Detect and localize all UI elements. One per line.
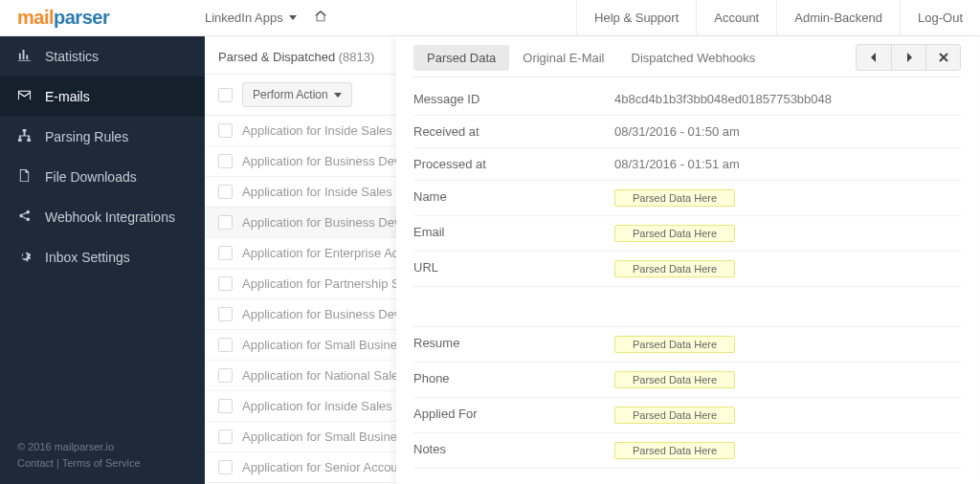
field-row: NotesParsed Data Here <box>413 433 961 469</box>
pager-prev-button[interactable] <box>857 45 891 70</box>
row-checkbox[interactable] <box>218 429 233 444</box>
list-row[interactable]: Application for Business Development fro… <box>205 299 407 330</box>
field-label: Email <box>413 225 614 242</box>
sidebar-item-webhooks[interactable]: Webhook Integrations <box>0 197 205 237</box>
sidebar-label: File Downloads <box>45 169 137 185</box>
row-checkbox[interactable] <box>218 368 233 383</box>
sidebar-item-parsing[interactable]: Parsing Rules <box>0 117 205 157</box>
topbar: mailparser LinkedIn Apps Help & Support … <box>0 0 980 36</box>
app-dropdown[interactable]: LinkedIn Apps <box>205 11 297 25</box>
field-row: EmailParsed Data Here <box>413 216 961 252</box>
pager-close-button[interactable] <box>925 45 960 70</box>
tab-webhooks[interactable]: Dispatched Webhooks <box>618 45 769 71</box>
row-checkbox[interactable] <box>218 399 233 413</box>
list-row[interactable]: Application for Business Development fro… <box>205 146 407 177</box>
sidebar-footer: © 2016 mailparser.io Contact | Terms of … <box>0 439 205 484</box>
list-row[interactable]: Application for Small Business from John… <box>205 422 407 452</box>
row-checkbox[interactable] <box>218 185 233 199</box>
row-checkbox[interactable] <box>218 276 233 291</box>
top-menu-account[interactable]: Account <box>696 0 776 35</box>
pager-next-button[interactable] <box>891 45 925 70</box>
list-actions: Perform Action <box>205 75 407 116</box>
row-subject: Application for Partnership Sales from J… <box>242 276 407 291</box>
list-row[interactable]: Application for Small Business from John… <box>205 330 407 361</box>
tab-parsed-data[interactable]: Parsed Data <box>413 45 509 71</box>
row-checkbox[interactable] <box>218 460 233 474</box>
list-row[interactable]: Application for Inside Sales from John E… <box>205 116 407 146</box>
row-checkbox[interactable] <box>218 307 233 321</box>
field-row: Processed at08/31/2016 - 01:51 am <box>413 148 961 181</box>
parsed-placeholder: Parsed Data Here <box>614 442 735 459</box>
gear-icon <box>17 249 32 266</box>
top-menu: Help & Support Account Admin-Backend Log… <box>576 0 980 35</box>
list-row[interactable]: Application for Enterprise Account from … <box>205 238 407 269</box>
footer-copyright: © 2016 mailparser.io <box>17 439 188 455</box>
home-icon[interactable] <box>314 10 327 26</box>
top-menu-logout[interactable]: Log-Out <box>900 0 980 35</box>
field-value: Parsed Data Here <box>614 442 735 459</box>
logo-b: parser <box>54 7 109 28</box>
sidebar-label: Inbox Settings <box>45 250 130 265</box>
row-subject: Application for Enterprise Account from … <box>242 246 407 260</box>
field-value: Parsed Data Here <box>614 260 735 277</box>
field-gap <box>413 287 961 327</box>
footer-contact[interactable]: Contact <box>17 457 54 469</box>
top-menu-help[interactable]: Help & Support <box>576 0 696 35</box>
sidebar-item-emails[interactable]: E-mails <box>0 77 205 117</box>
parsed-placeholder: Parsed Data Here <box>614 407 735 424</box>
envelope-icon <box>17 88 32 105</box>
list-count: (8813) <box>339 50 375 64</box>
caret-down-icon <box>334 93 342 98</box>
field-row: PhoneParsed Data Here <box>413 363 961 398</box>
detail-panel: Parsed Data Original E-Mail Dispatched W… <box>396 36 978 484</box>
list-rows: Application for Inside Sales from John E… <box>205 116 407 483</box>
pager <box>856 44 961 71</box>
field-label: Processed at <box>413 157 614 171</box>
sidebar-label: Statistics <box>45 49 99 64</box>
caret-down-icon <box>289 15 297 20</box>
sidebar-item-downloads[interactable]: File Downloads <box>0 157 205 197</box>
list-row[interactable]: Application for Business Development fro… <box>205 208 407 238</box>
top-menu-admin[interactable]: Admin-Backend <box>776 0 900 35</box>
top-center: LinkedIn Apps <box>205 10 327 26</box>
footer-terms[interactable]: Terms of Service <box>62 457 141 469</box>
sidebar-label: Webhook Integrations <box>45 209 175 225</box>
sidebar-nav: Statistics E-mails Parsing Rules File Do… <box>0 36 205 277</box>
parsed-placeholder: Parsed Data Here <box>614 260 735 277</box>
row-checkbox[interactable] <box>218 338 233 352</box>
perform-action-button[interactable]: Perform Action <box>242 82 352 107</box>
row-subject: Application for Business Development fro… <box>242 215 407 230</box>
tab-original-email[interactable]: Original E-Mail <box>509 45 617 71</box>
field-label: Phone <box>413 371 614 388</box>
list-row[interactable]: Application for Partnership Sales from J… <box>205 269 407 299</box>
field-label: Applied For <box>413 407 614 424</box>
parsed-placeholder: Parsed Data Here <box>614 225 735 242</box>
row-checkbox[interactable] <box>218 123 233 138</box>
list-title: Parsed & Dispatched <box>218 50 335 64</box>
row-subject: Application for Small Business from John… <box>242 338 407 352</box>
file-icon <box>17 168 32 186</box>
list-row[interactable]: Application for National Sales from John… <box>205 361 407 391</box>
select-all-checkbox[interactable] <box>218 88 233 102</box>
field-label: Resume <box>413 336 614 353</box>
row-subject: Application for Business Development fro… <box>242 154 407 168</box>
row-subject: Application for National Sales from John… <box>242 368 407 383</box>
field-value: Parsed Data Here <box>614 189 735 207</box>
list-row[interactable]: Application for Inside Sales from John E… <box>205 177 407 208</box>
field-value: Parsed Data Here <box>614 407 735 424</box>
field-label: Received at <box>413 124 614 139</box>
list-row[interactable]: Application for Senior Account from John… <box>205 452 407 483</box>
field-value: 08/31/2016 - 01:51 am <box>614 157 740 171</box>
row-checkbox[interactable] <box>218 246 233 260</box>
row-checkbox[interactable] <box>218 215 233 230</box>
field-label: Notes <box>413 442 614 459</box>
field-label: Message ID <box>413 92 614 106</box>
chart-icon <box>17 48 32 65</box>
logo-a: mail <box>17 7 54 28</box>
sidebar-item-statistics[interactable]: Statistics <box>0 36 205 77</box>
logo[interactable]: mailparser <box>0 7 205 29</box>
sidebar-item-inbox[interactable]: Inbox Settings <box>0 237 205 277</box>
row-checkbox[interactable] <box>218 154 233 168</box>
list-row[interactable]: Application for Inside Sales from John E… <box>205 391 407 422</box>
field-label: URL <box>413 260 614 277</box>
